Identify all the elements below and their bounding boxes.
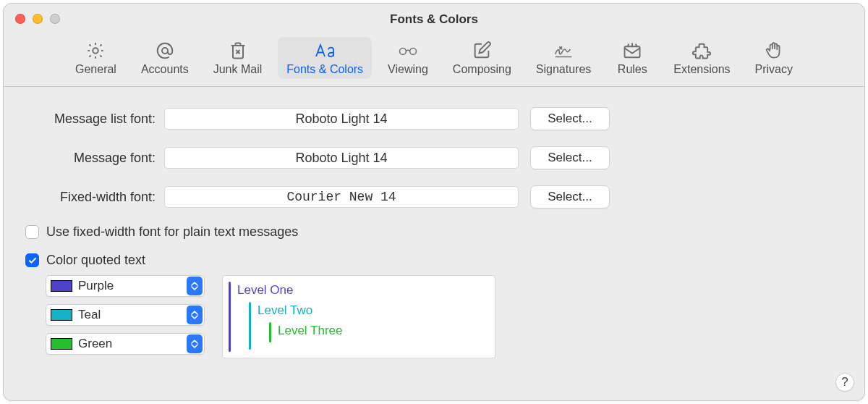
tab-label: Junk Mail: [213, 63, 263, 76]
svg-point-1: [162, 48, 168, 54]
message-list-font-field: Roboto Light 14: [164, 108, 519, 130]
titlebar: Fonts & Colors: [4, 4, 864, 35]
tab-extensions[interactable]: Extensions: [665, 37, 739, 79]
trash-x-icon: [227, 40, 249, 62]
tab-label: Accounts: [141, 63, 189, 76]
quote-level1-color-select[interactable]: Purple: [46, 275, 205, 297]
quote-color-section: Purple Teal Green: [46, 275, 847, 358]
quote-preview-level2: Level Two Level Three: [249, 302, 489, 350]
minimize-window-button[interactable]: [33, 14, 43, 24]
message-font-field: Roboto Light 14: [164, 147, 519, 169]
color-swatch-icon: [51, 309, 72, 321]
tab-accounts[interactable]: Accounts: [132, 37, 197, 79]
svg-point-0: [93, 48, 98, 53]
tab-junk-mail[interactable]: Junk Mail: [205, 37, 271, 79]
window-controls: [15, 14, 60, 24]
quote-preview-level1: Level One Level Two Level Three: [229, 282, 489, 352]
glasses-icon: [397, 40, 419, 62]
quote-level3-color-select[interactable]: Green: [46, 333, 205, 355]
question-icon: ?: [841, 375, 848, 390]
tab-label: Signatures: [536, 63, 592, 76]
content-area: Message list font: Roboto Light 14 Selec…: [4, 87, 864, 369]
hand-icon: [763, 40, 785, 62]
quote-level2-color-label: Teal: [78, 308, 185, 322]
chevron-up-down-icon: [187, 277, 203, 295]
quote-level1-text: Level One: [237, 283, 294, 297]
svg-point-2: [400, 48, 407, 54]
preferences-toolbar: General Accounts Junk Mail Fonts & Color…: [4, 35, 864, 87]
color-swatch-icon: [51, 280, 72, 292]
tab-privacy[interactable]: Privacy: [746, 37, 801, 79]
chevron-up-down-icon: [187, 306, 203, 324]
gear-icon: [85, 40, 106, 62]
tab-label: Fonts & Colors: [286, 63, 363, 76]
fixed-width-font-label: Fixed-width font:: [21, 190, 164, 205]
close-window-button[interactable]: [15, 14, 25, 24]
help-button[interactable]: ?: [835, 373, 854, 392]
svg-point-3: [410, 48, 417, 54]
fixed-width-font-field: Courier New 14: [164, 186, 519, 208]
font-icon: [314, 40, 336, 62]
compose-icon: [471, 40, 493, 62]
quote-level3-text: Level Three: [278, 324, 342, 337]
tab-fonts-colors[interactable]: Fonts & Colors: [278, 37, 372, 79]
tab-label: General: [75, 63, 116, 76]
tab-label: Privacy: [755, 63, 793, 76]
message-list-font-label: Message list font:: [21, 111, 164, 127]
message-font-select-button[interactable]: Select...: [530, 146, 610, 169]
envelope-rules-icon: [621, 40, 643, 62]
puzzle-icon: [691, 40, 712, 62]
color-swatch-icon: [51, 338, 72, 350]
fixed-width-plain-text-label: Use fixed-width font for plain text mess…: [46, 224, 298, 240]
svg-rect-5: [625, 46, 640, 57]
quote-bar-icon: [269, 322, 271, 342]
quote-bar-icon: [249, 302, 251, 350]
tab-signatures[interactable]: Signatures: [527, 37, 600, 79]
preferences-window: Fonts & Colors General Accounts Junk Mai…: [3, 3, 865, 401]
message-list-font-row: Message list font: Roboto Light 14 Selec…: [21, 107, 847, 130]
tab-composing[interactable]: Composing: [444, 37, 520, 79]
color-quoted-text-row: Color quoted text: [25, 253, 847, 268]
zoom-window-button[interactable]: [50, 14, 60, 24]
signature-icon: [553, 40, 574, 62]
message-font-label: Message font:: [21, 151, 164, 166]
quote-level2-text: Level Two: [258, 303, 312, 317]
quote-level1-color-label: Purple: [78, 279, 185, 293]
message-list-font-select-button[interactable]: Select...: [530, 107, 610, 130]
tab-label: Viewing: [388, 63, 428, 76]
fixed-width-font-row: Fixed-width font: Courier New 14 Select.…: [21, 185, 847, 209]
quote-bar-icon: [229, 282, 231, 352]
chevron-up-down-icon: [187, 334, 203, 353]
message-font-row: Message font: Roboto Light 14 Select...: [21, 146, 847, 169]
window-title: Fonts & Colors: [390, 12, 478, 27]
quote-preview-box: Level One Level Two Level Three: [222, 275, 495, 358]
fixed-width-plain-text-checkbox[interactable]: [25, 225, 39, 239]
quote-preview-level3: Level Three: [269, 322, 489, 342]
tab-viewing[interactable]: Viewing: [379, 37, 437, 79]
tab-label: Composing: [453, 63, 511, 76]
color-quoted-text-checkbox[interactable]: [25, 253, 39, 267]
tab-label: Extensions: [673, 63, 730, 76]
fixed-width-font-select-button[interactable]: Select...: [530, 185, 610, 209]
quote-color-selects: Purple Teal Green: [46, 275, 205, 355]
fixed-width-plain-text-row: Use fixed-width font for plain text mess…: [25, 224, 847, 240]
quote-level3-color-label: Green: [78, 337, 185, 351]
tab-rules[interactable]: Rules: [607, 37, 658, 79]
color-quoted-text-label: Color quoted text: [46, 253, 145, 268]
tab-general[interactable]: General: [67, 37, 125, 79]
at-icon: [154, 40, 176, 62]
tab-label: Rules: [618, 63, 647, 76]
quote-level2-color-select[interactable]: Teal: [46, 304, 205, 326]
